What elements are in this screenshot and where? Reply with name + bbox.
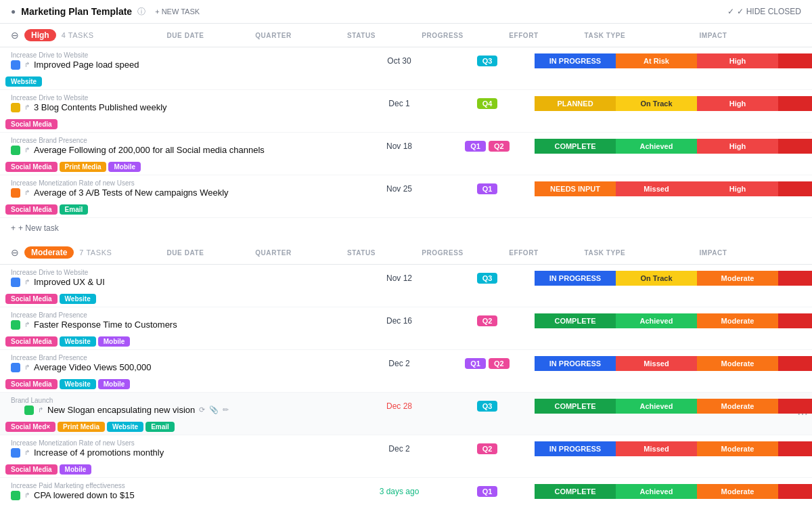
- status-badge[interactable]: NEEDS INPUT: [535, 181, 616, 196]
- status-badge[interactable]: IN PROGRESS: [535, 271, 616, 286]
- effort-badge[interactable]: High: [697, 96, 778, 111]
- progress-badge[interactable]: Missed: [616, 441, 697, 456]
- add-task-label[interactable]: + New task: [18, 223, 59, 233]
- task-name[interactable]: Faster Response Time to Customers: [34, 320, 177, 330]
- task-name[interactable]: Improved Page load speed: [34, 60, 139, 70]
- status-badge[interactable]: IN PROGRESS: [535, 356, 616, 371]
- status-badge[interactable]: COMPLETE: [535, 484, 616, 499]
- col-task-type-mod: TASK TYPE: [564, 249, 646, 257]
- task-name[interactable]: Average Following of 200,000 for all Soc…: [34, 145, 265, 155]
- task-name[interactable]: Increase of 4 promotions monthly: [34, 447, 164, 458]
- quarter-badge[interactable]: Q3: [477, 401, 498, 412]
- info-icon[interactable]: ⓘ: [137, 6, 145, 18]
- more-options-icon[interactable]: ⋯: [797, 408, 808, 420]
- task-name[interactable]: Average Video Views 500,000: [34, 362, 151, 372]
- due-date: Nov 18: [359, 141, 440, 151]
- task-type-badge[interactable]: Key Results: [778, 139, 812, 154]
- task-type-badge[interactable]: Key Results: [778, 441, 812, 456]
- status-badge[interactable]: IN PROGRESS: [535, 441, 616, 456]
- col-effort: EFFORT: [483, 32, 564, 39]
- attachment-icon[interactable]: 📎: [209, 405, 219, 414]
- task-checkbox[interactable]: [24, 405, 34, 415]
- status-badge[interactable]: PLANNED: [535, 96, 616, 111]
- progress-badge[interactable]: At Risk: [616, 53, 697, 68]
- subtask-icon: ↱: [38, 406, 43, 414]
- progress-badge[interactable]: Achieved: [616, 484, 697, 499]
- task-type-badge[interactable]: Key Results: [778, 313, 812, 328]
- progress-badge[interactable]: Achieved: [616, 399, 697, 414]
- task-name-row: ↱ Average of 3 A/B Tests of New campaign…: [11, 188, 353, 198]
- impact-tag: Website: [107, 422, 143, 432]
- progress-badge[interactable]: On Track: [616, 271, 697, 286]
- task-category: Increase Drive to Website: [11, 269, 353, 276]
- effort-badge[interactable]: Moderate: [697, 313, 778, 328]
- group-toggle-moderate[interactable]: ⊖: [11, 247, 19, 258]
- effort-cell: Moderate: [697, 313, 778, 328]
- task-checkbox[interactable]: [11, 278, 20, 287]
- effort-badge[interactable]: High: [697, 53, 778, 68]
- task-type-badge[interactable]: Key Results: [778, 96, 812, 111]
- task-checkbox[interactable]: [11, 320, 20, 330]
- effort-badge[interactable]: Moderate: [697, 399, 778, 414]
- status-badge[interactable]: COMPLETE: [535, 139, 616, 154]
- task-type-badge[interactable]: Key Results: [778, 181, 812, 196]
- quarter-badge[interactable]: Q2: [489, 141, 510, 152]
- status-cell: NEEDS INPUT: [535, 181, 616, 196]
- task-name[interactable]: New Slogan encapsulating new vision: [47, 405, 195, 415]
- task-name[interactable]: CPA lowered down to $15: [34, 490, 135, 500]
- col-impact-mod: IMPACT: [646, 249, 781, 257]
- quarter-badge[interactable]: Q4: [477, 98, 498, 109]
- progress-badge[interactable]: Missed: [616, 181, 697, 196]
- quarter-badge[interactable]: Q1: [477, 183, 498, 194]
- task-type-badge[interactable]: Key Results: [778, 356, 812, 371]
- status-badge[interactable]: COMPLETE: [535, 399, 616, 414]
- task-checkbox[interactable]: [11, 103, 20, 112]
- effort-badge[interactable]: Moderate: [697, 271, 778, 286]
- effort-badge[interactable]: Moderate: [697, 356, 778, 371]
- effort-badge[interactable]: High: [697, 139, 778, 154]
- impact-tag: Social Media: [5, 379, 58, 389]
- quarter-badge[interactable]: Q1: [465, 358, 486, 369]
- task-checkbox[interactable]: [11, 146, 20, 155]
- page-title: Marketing Plan Template: [21, 6, 132, 17]
- task-info: Increase Drive to Website ↱ 3 Blog Conte…: [0, 90, 359, 116]
- new-task-button[interactable]: + NEW TASK: [151, 5, 204, 18]
- task-type-badge[interactable]: Key Results: [778, 484, 812, 499]
- quarter-badge[interactable]: Q3: [477, 273, 498, 284]
- quarter-badge[interactable]: Q2: [477, 443, 498, 454]
- col-quarter-mod: QUARTER: [226, 249, 321, 257]
- status-badge[interactable]: IN PROGRESS: [535, 53, 616, 68]
- task-type-badge[interactable]: Key Results: [778, 271, 812, 286]
- task-name-row: ↱ Increase of 4 promotions monthly: [11, 447, 353, 458]
- task-checkbox[interactable]: [11, 363, 20, 372]
- progress-badge[interactable]: Missed: [616, 356, 697, 371]
- group-toggle-high[interactable]: ⊖: [11, 30, 19, 41]
- effort-badge[interactable]: Moderate: [697, 441, 778, 456]
- add-task-row-high[interactable]: + + New task: [0, 218, 812, 241]
- task-checkbox[interactable]: [11, 448, 20, 458]
- progress-badge[interactable]: Achieved: [616, 139, 697, 154]
- task-name[interactable]: Improved UX & UI: [34, 277, 105, 287]
- assign-icon[interactable]: ⟳: [199, 405, 205, 414]
- quarter-badge[interactable]: Q3: [477, 56, 498, 66]
- quarter-badge[interactable]: Q2: [489, 358, 510, 369]
- edit-icon[interactable]: ✏: [223, 405, 229, 414]
- task-info: Increase Monetization Rate of new Users …: [0, 175, 359, 202]
- progress-badge[interactable]: On Track: [616, 96, 697, 111]
- quarter-badge[interactable]: Q1: [465, 141, 486, 152]
- status-badge[interactable]: COMPLETE: [535, 313, 616, 328]
- task-type-badge[interactable]: Key Results: [778, 53, 812, 68]
- task-name[interactable]: 3 Blog Contents Published weekly: [34, 102, 167, 112]
- effort-badge[interactable]: Moderate: [697, 484, 778, 499]
- quarter-badge[interactable]: Q1: [477, 486, 498, 497]
- task-name[interactable]: Average of 3 A/B Tests of New campaigns …: [34, 188, 229, 198]
- table-row: Brand Launch ↱ New Slogan encapsulating …: [0, 393, 812, 435]
- effort-badge[interactable]: High: [697, 181, 778, 196]
- progress-badge[interactable]: Achieved: [616, 313, 697, 328]
- quarter-badge[interactable]: Q2: [477, 315, 498, 326]
- task-checkbox[interactable]: [11, 188, 20, 198]
- hide-closed-button[interactable]: ✓ ✓ HIDE CLOSED: [727, 7, 801, 16]
- impact-cell: Social Media Website Mobile: [0, 376, 359, 392]
- task-checkbox[interactable]: [11, 60, 20, 70]
- task-checkbox[interactable]: [11, 491, 20, 500]
